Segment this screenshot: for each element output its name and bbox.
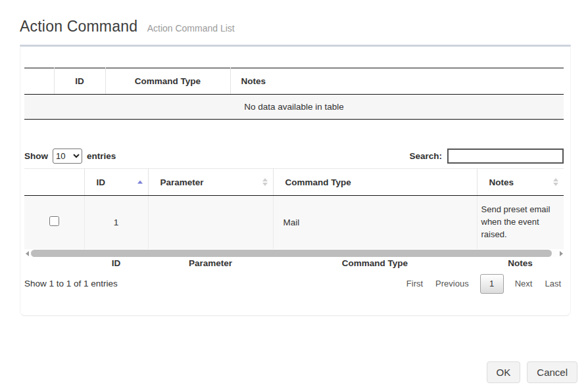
row-select-checkbox[interactable] xyxy=(49,216,59,226)
selected-col-blank xyxy=(24,68,54,95)
selected-col-notes: Notes xyxy=(230,68,564,95)
table-row[interactable]: 1 Mail Send preset email when the event … xyxy=(24,196,564,249)
scroll-left-icon[interactable] xyxy=(24,250,30,257)
row-parameter-cell xyxy=(148,196,273,249)
sort-both-icon xyxy=(553,178,558,186)
ok-button[interactable]: OK xyxy=(487,361,521,383)
col-notes[interactable]: Notes xyxy=(477,169,564,196)
first-page-button[interactable]: First xyxy=(405,276,424,291)
col-command-type[interactable]: Command Type xyxy=(273,169,477,196)
footer-col-blank xyxy=(24,258,84,268)
table-controls: Show 10 entries Search: xyxy=(24,148,564,164)
table-info: Show 1 to 1 of 1 entries xyxy=(24,279,118,288)
page-title: Action Command xyxy=(20,18,137,35)
last-page-button[interactable]: Last xyxy=(543,276,562,291)
row-id-cell: 1 xyxy=(84,196,148,249)
col-select[interactable] xyxy=(24,169,84,196)
selected-col-id: ID xyxy=(54,68,105,95)
footer-row: ID Parameter Command Type Notes xyxy=(24,258,564,268)
search-label: Search: xyxy=(409,151,442,161)
page-1-button[interactable]: 1 xyxy=(480,274,504,294)
entries-label: entries xyxy=(87,151,116,161)
row-command-type-cell: Mail xyxy=(273,196,477,249)
command-list-header-row: ID Parameter Command Type Notes xyxy=(24,169,564,196)
sort-asc-icon xyxy=(137,181,143,184)
sort-both-icon xyxy=(262,178,268,186)
selected-col-command-type: Command Type xyxy=(105,68,230,95)
page-length-control: Show 10 entries xyxy=(24,149,116,164)
show-label: Show xyxy=(24,151,48,161)
scrollbar-track[interactable] xyxy=(31,250,557,257)
footer-col-notes: Notes xyxy=(477,258,564,268)
search-control: Search: xyxy=(409,149,564,164)
cancel-button[interactable]: Cancel xyxy=(527,361,577,383)
row-notes-cell: Send preset email when the event raised. xyxy=(477,196,564,249)
selected-commands-header-row: ID Command Type Notes xyxy=(24,68,564,95)
horizontal-scrollbar[interactable] xyxy=(24,249,564,258)
footer-col-parameter: Parameter xyxy=(148,258,273,268)
command-list-table: ID Parameter Command Type Notes xyxy=(24,168,564,249)
page-header: Action Command Action Command List xyxy=(0,0,588,45)
empty-row: No data available in table xyxy=(24,95,564,120)
previous-page-button[interactable]: Previous xyxy=(434,276,470,291)
command-list-footer: ID Parameter Command Type Notes xyxy=(24,258,564,268)
table-bottom-bar: Show 1 to 1 of 1 entries First Previous … xyxy=(24,273,564,294)
empty-message: No data available in table xyxy=(24,95,564,120)
footer-col-command-type: Command Type xyxy=(273,258,477,268)
selected-commands-table: ID Command Type Notes No data available … xyxy=(24,68,564,120)
footer-col-id: ID xyxy=(84,258,148,268)
col-id[interactable]: ID xyxy=(84,169,148,196)
page-length-select[interactable]: 10 xyxy=(53,149,82,164)
scrollbar-thumb[interactable] xyxy=(31,250,552,257)
col-parameter[interactable]: Parameter xyxy=(148,169,273,196)
next-page-button[interactable]: Next xyxy=(514,276,534,291)
pagination: First Previous 1 Next Last xyxy=(405,274,562,294)
dialog-actions: OK Cancel xyxy=(0,361,588,383)
scroll-right-icon[interactable] xyxy=(558,250,564,257)
row-select-cell xyxy=(24,196,84,249)
page-subtitle: Action Command List xyxy=(147,23,235,34)
action-command-panel: ID Command Type Notes No data available … xyxy=(20,45,571,316)
search-input[interactable] xyxy=(447,149,564,164)
